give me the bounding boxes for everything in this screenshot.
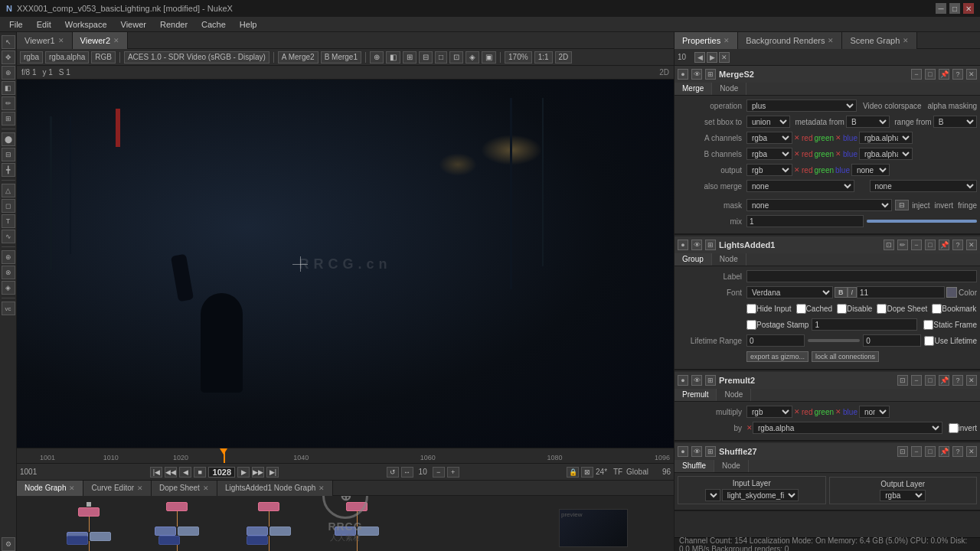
- tool-guides[interactable]: ╋: [2, 163, 15, 177]
- shuffle-float[interactable]: □: [925, 446, 936, 457]
- a-ch-alpha[interactable]: rgba.alpha: [859, 132, 913, 144]
- shuffle-tab-shuffle[interactable]: Shuffle: [675, 460, 714, 472]
- input-a-select[interactable]: A Merge2: [278, 51, 318, 64]
- minimize-button[interactable]: ─: [936, 3, 946, 14]
- node-tab-dope[interactable]: Dope Sheet ✕: [152, 481, 217, 496]
- lights-icon[interactable]: ⊞: [705, 240, 716, 250]
- operation-select[interactable]: plusoverunder: [746, 99, 857, 112]
- go-end-button[interactable]: ▶|: [266, 467, 279, 478]
- node-tab-lights[interactable]: LightsAdded1 Node Graph ✕: [217, 481, 333, 496]
- prev-frame-button[interactable]: ◀◀: [165, 467, 177, 478]
- mix-slider[interactable]: [867, 220, 978, 223]
- next-frame-button[interactable]: ▶▶: [252, 467, 264, 478]
- viewer-tab-1[interactable]: Viewer1 ✕: [17, 32, 73, 49]
- colormode-select[interactable]: RGB: [91, 51, 116, 64]
- icon-safe[interactable]: ⊡: [449, 51, 463, 64]
- shuffle-vis[interactable]: 👁: [691, 446, 702, 457]
- maximize-button[interactable]: □: [949, 3, 960, 14]
- viewer-tab-2[interactable]: Viewer2 ✕: [73, 32, 129, 49]
- tool-move[interactable]: ✥: [2, 51, 15, 64]
- channel-select[interactable]: rgba: [20, 51, 43, 64]
- dope-sheet-close[interactable]: ✕: [203, 484, 209, 492]
- premult-help[interactable]: ?: [952, 375, 963, 386]
- step-plus[interactable]: +: [447, 467, 459, 478]
- lights-tab-group[interactable]: Group: [675, 253, 712, 266]
- zoom-select[interactable]: 170%: [505, 51, 532, 64]
- lights-edit[interactable]: ✏: [897, 240, 908, 250]
- b-ch-x2[interactable]: ✕: [835, 150, 841, 158]
- menu-render[interactable]: Render: [154, 18, 194, 31]
- export-gizmo-btn[interactable]: export as gizmo...: [746, 351, 808, 362]
- close-button[interactable]: ✕: [963, 3, 974, 14]
- shuffle-header[interactable]: ● 👁 ⊞ Shuffle27 ⊡ − □ 📌 ? ✕: [675, 443, 980, 460]
- font-select[interactable]: Verdana: [746, 286, 833, 298]
- icon-roi[interactable]: □: [435, 51, 447, 64]
- step-minus[interactable]: −: [433, 467, 445, 478]
- out-ch-none[interactable]: none: [851, 164, 890, 176]
- merge-enable[interactable]: ●: [678, 69, 688, 80]
- icon-stack[interactable]: ⊟: [419, 51, 433, 64]
- lifetime-slider[interactable]: [808, 339, 860, 342]
- out-ch-main[interactable]: rgb: [746, 164, 792, 176]
- also-merge-sel1[interactable]: none: [746, 180, 854, 192]
- bbox-select[interactable]: unionAB: [746, 116, 790, 128]
- tool-curve[interactable]: ∿: [2, 230, 15, 243]
- bounce-button[interactable]: ↔: [401, 467, 413, 478]
- range-select[interactable]: BA: [933, 116, 977, 128]
- icon-over[interactable]: ▣: [482, 51, 496, 64]
- properties-close[interactable]: ✕: [724, 37, 730, 44]
- shuffle-close[interactable]: ✕: [966, 446, 977, 457]
- ratio-select[interactable]: 1:1: [534, 51, 553, 64]
- premult-pin[interactable]: 📌: [939, 375, 949, 386]
- lock-connections-btn[interactable]: lock all connections: [812, 351, 879, 362]
- tool-grid[interactable]: ⊟: [2, 148, 15, 161]
- premult-enable[interactable]: ●: [678, 375, 688, 386]
- play-rev-button[interactable]: ◀: [179, 467, 191, 478]
- lights-float[interactable]: □: [925, 240, 936, 250]
- lights-help[interactable]: ?: [952, 240, 963, 250]
- merge-tab-node[interactable]: Node: [712, 83, 746, 95]
- merge-icon[interactable]: ⊞: [705, 69, 716, 80]
- use-lifetime-check[interactable]: [924, 336, 934, 346]
- cache-button[interactable]: ⊠: [581, 467, 593, 478]
- also-merge-sel2[interactable]: none: [870, 180, 978, 192]
- lights-close[interactable]: ✕: [966, 240, 977, 250]
- tool-zoom[interactable]: ⊕: [2, 66, 15, 80]
- lifetime-end[interactable]: 0: [863, 334, 921, 347]
- play-fwd-button[interactable]: ▶: [237, 467, 250, 478]
- scene-graph-close[interactable]: ✕: [903, 37, 909, 44]
- mult-ch-x2[interactable]: ✕: [835, 408, 841, 416]
- props-btn-3[interactable]: ✕: [719, 52, 730, 63]
- node-graph-close[interactable]: ✕: [69, 484, 75, 492]
- shuffle-view[interactable]: ⊡: [897, 446, 908, 457]
- tool-vc[interactable]: vc: [2, 302, 15, 315]
- viewer-area[interactable]: RRCG.cn 1920x800 | bbox: 0 0 1920 800 ch…: [17, 80, 674, 448]
- tool-paint[interactable]: ✏: [2, 96, 15, 110]
- menu-workspace[interactable]: Workspace: [59, 18, 113, 31]
- icon-wipe[interactable]: ◧: [386, 51, 400, 64]
- timeline-ruler[interactable]: 1001 1010 1020 1040 1060 1080 1096: [17, 448, 674, 464]
- shuffle-pin[interactable]: 📌: [939, 446, 949, 457]
- stop-button[interactable]: ■: [194, 467, 206, 478]
- merges2-header[interactable]: ● 👁 ⊞ MergeS2 − □ 📌 ? ✕: [675, 66, 980, 83]
- lights-minimize[interactable]: −: [911, 240, 922, 250]
- b-ch-alpha[interactable]: rgba.alpha: [859, 148, 913, 160]
- tool-clone[interactable]: ⊞: [2, 112, 15, 126]
- lights-tab-node[interactable]: Node: [712, 253, 746, 266]
- mask-btn1[interactable]: ⊟: [895, 200, 909, 210]
- props-btn-2[interactable]: ▶: [707, 52, 717, 63]
- merge-float[interactable]: □: [925, 69, 936, 80]
- node-tab-graph[interactable]: Node Graph ✕: [17, 481, 83, 496]
- premult-header[interactable]: ● 👁 ⊞ Premult2 ⊡ − □ 📌 ? ✕: [675, 372, 980, 389]
- viewer1-close[interactable]: ✕: [58, 37, 64, 44]
- premult-icon[interactable]: ⊞: [705, 375, 716, 386]
- italic-btn[interactable]: I: [848, 287, 858, 298]
- merge-vis[interactable]: 👁: [691, 69, 702, 80]
- merge-close[interactable]: ✕: [966, 69, 977, 80]
- lights-enable[interactable]: ●: [678, 240, 688, 250]
- static-check[interactable]: [923, 320, 933, 330]
- icon-clip[interactable]: ◈: [466, 51, 479, 64]
- lut-select[interactable]: ACES 1.0 - SDR Video (sRGB - Display): [124, 51, 270, 64]
- merge-pin[interactable]: 📌: [939, 69, 949, 80]
- mult-ch-main[interactable]: rgb: [746, 406, 792, 418]
